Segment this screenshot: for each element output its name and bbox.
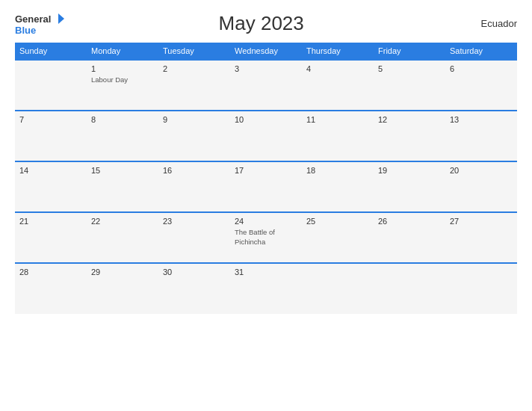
- calendar-cell: [374, 263, 445, 314]
- calendar-cell: 18: [302, 161, 374, 212]
- day-number: 15: [91, 166, 154, 175]
- day-header-sunday: Sunday: [15, 43, 87, 60]
- calendar-cell: 29: [87, 263, 158, 314]
- day-number: 24: [235, 217, 297, 226]
- calendar-body: 1Labour Day23456789101112131415161718192…: [15, 60, 517, 314]
- day-number: 7: [19, 115, 82, 124]
- page-title: May 2023: [65, 12, 457, 35]
- day-number: 30: [163, 268, 226, 276]
- calendar-cell: 19: [374, 161, 445, 212]
- calendar-cell: 21: [15, 212, 87, 263]
- svg-marker-0: [58, 13, 64, 24]
- calendar-cell: 1Labour Day: [87, 60, 158, 111]
- day-number: 9: [163, 115, 226, 124]
- calendar-header: SundayMondayTuesdayWednesdayThursdayFrid…: [15, 43, 517, 60]
- week-row-2: 78910111213: [15, 111, 517, 161]
- day-header-monday: Monday: [87, 43, 158, 60]
- day-number: 28: [19, 268, 82, 276]
- calendar-cell: 9: [158, 111, 230, 161]
- calendar-cell: 11: [302, 111, 374, 161]
- day-header-friday: Friday: [374, 43, 445, 60]
- day-number: 5: [378, 64, 441, 73]
- day-number: 6: [450, 64, 513, 73]
- day-number: 21: [19, 217, 82, 226]
- calendar-cell: 7: [15, 111, 87, 161]
- header: General Blue May 2023 Ecuador: [15, 12, 517, 35]
- calendar-cell: 24The Battle of Pichincha: [230, 212, 302, 263]
- calendar-cell: 3: [230, 60, 302, 111]
- calendar-table: SundayMondayTuesdayWednesdayThursdayFrid…: [15, 43, 517, 314]
- calendar-cell: 30: [158, 263, 230, 314]
- calendar-cell: 26: [374, 212, 445, 263]
- week-row-4: 21222324The Battle of Pichincha252627: [15, 212, 517, 263]
- calendar-cell: 5: [374, 60, 445, 111]
- day-number: 22: [91, 217, 154, 226]
- calendar-cell: 20: [445, 161, 517, 212]
- day-number: 31: [235, 268, 297, 276]
- day-header-saturday: Saturday: [445, 43, 517, 60]
- calendar-cell: 2: [158, 60, 230, 111]
- day-number: 26: [378, 217, 441, 226]
- day-number: 3: [235, 64, 297, 73]
- calendar-cell: 8: [87, 111, 158, 161]
- day-number: 12: [378, 115, 441, 124]
- day-number: 14: [19, 166, 82, 175]
- calendar-cell: 6: [445, 60, 517, 111]
- logo-general-text: General: [15, 14, 51, 24]
- event-label: Labour Day: [91, 75, 128, 84]
- calendar-cell: 12: [374, 111, 445, 161]
- calendar-cell: 27: [445, 212, 517, 263]
- day-header-wednesday: Wednesday: [230, 43, 302, 60]
- calendar-cell: 14: [15, 161, 87, 212]
- country-label: Ecuador: [457, 18, 517, 29]
- calendar-cell: 15: [87, 161, 158, 212]
- day-number: 1: [91, 64, 154, 73]
- day-header-tuesday: Tuesday: [158, 43, 230, 60]
- logo-flag-icon: [52, 12, 65, 25]
- week-row-3: 14151617181920: [15, 161, 517, 212]
- day-number: 29: [91, 268, 154, 276]
- day-number: 2: [163, 64, 226, 73]
- calendar-cell: 4: [302, 60, 374, 111]
- calendar-cell: 23: [158, 212, 230, 263]
- calendar-cell: 22: [87, 212, 158, 263]
- calendar-cell: 17: [230, 161, 302, 212]
- day-number: 10: [235, 115, 297, 124]
- day-number: 23: [163, 217, 226, 226]
- day-number: 13: [450, 115, 513, 124]
- day-number: 17: [235, 166, 297, 175]
- day-number: 25: [306, 217, 369, 226]
- day-number: 19: [378, 166, 441, 175]
- day-number: 18: [306, 166, 369, 175]
- day-number: 11: [306, 115, 369, 124]
- calendar-cell: [302, 263, 374, 314]
- week-row-1: 1Labour Day23456: [15, 60, 517, 111]
- calendar-cell: 25: [302, 212, 374, 263]
- calendar-cell: [15, 60, 87, 111]
- calendar-cell: 16: [158, 161, 230, 212]
- day-number: 27: [450, 217, 513, 226]
- week-row-5: 28293031: [15, 263, 517, 314]
- event-label: The Battle of Pichincha: [235, 228, 275, 246]
- calendar-cell: 10: [230, 111, 302, 161]
- day-number: 16: [163, 166, 226, 175]
- calendar-cell: [445, 263, 517, 314]
- logo: General Blue: [15, 12, 65, 35]
- calendar-page: General Blue May 2023 Ecuador SundayMond…: [0, 0, 532, 411]
- day-number: 8: [91, 115, 154, 124]
- calendar-cell: 31: [230, 263, 302, 314]
- calendar-cell: 28: [15, 263, 87, 314]
- day-number: 20: [450, 166, 513, 175]
- day-header-thursday: Thursday: [302, 43, 374, 60]
- calendar-cell: 13: [445, 111, 517, 161]
- day-number: 4: [306, 64, 369, 73]
- logo-blue-text: Blue: [15, 25, 36, 35]
- days-of-week-row: SundayMondayTuesdayWednesdayThursdayFrid…: [15, 43, 517, 60]
